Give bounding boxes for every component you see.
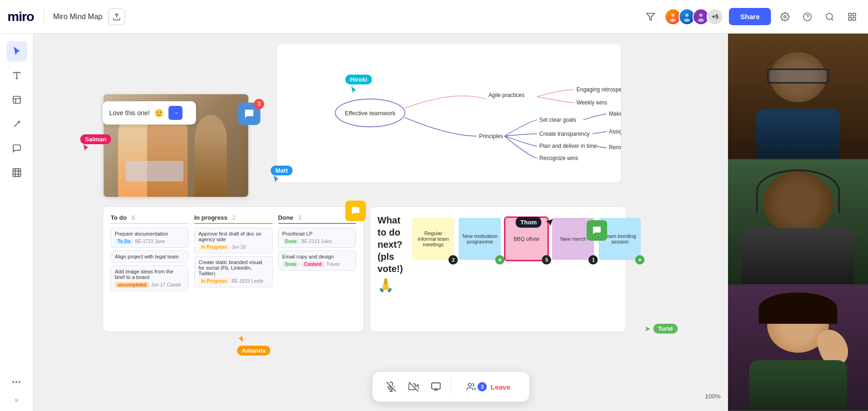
svg-rect-45 (432, 383, 440, 389)
tool-text[interactable] (7, 65, 27, 86)
kanban-card[interactable]: Email copy and design DoneContentTrevor (278, 251, 356, 271)
svg-rect-23 (13, 169, 21, 177)
svg-text:Set clear goals: Set clear goals (539, 117, 576, 123)
leave-label: Leave (490, 383, 511, 391)
tool-comment[interactable] (7, 138, 27, 159)
screen-share-button[interactable] (427, 377, 445, 396)
video-tile-2 (728, 160, 868, 286)
comment-badge: 3 (254, 99, 264, 109)
sticky-1[interactable]: Regular informal team meetings 2 (412, 218, 454, 260)
header: miro Miro Mind Map +5 Share (0, 0, 868, 34)
hiroki-cursor: Hiroki (345, 75, 372, 94)
salman-cursor: Salman (80, 134, 111, 153)
header-right: +5 Share (642, 8, 861, 25)
amanda-cursor: Amanda (237, 334, 270, 355)
svg-point-9 (804, 13, 812, 21)
kanban-card[interactable]: Approve first draft of doc on agency sid… (194, 228, 272, 253)
svg-text:Make info accessible: Make info accessible (609, 111, 621, 117)
svg-point-7 (698, 18, 704, 21)
tool-cursor[interactable] (7, 41, 27, 62)
video-panel (728, 34, 868, 411)
mic-muted-button[interactable] (382, 377, 400, 396)
sidebar-collapse[interactable]: » (15, 396, 19, 404)
help-icon[interactable] (799, 8, 816, 25)
search-icon[interactable] (821, 8, 838, 25)
add-vote-5[interactable]: + (635, 255, 644, 265)
thom-cursor: Thom (516, 217, 553, 228)
avatar-extra[interactable]: +5 (707, 8, 723, 25)
svg-text:Effective teamwork: Effective teamwork (345, 110, 396, 117)
svg-marker-1 (647, 13, 655, 20)
add-vote-2[interactable]: + (495, 255, 504, 265)
share-button[interactable]: Share (729, 8, 771, 25)
toolbar-divider (451, 379, 451, 394)
svg-rect-15 (853, 17, 856, 20)
voting-message-icon[interactable] (587, 220, 607, 241)
mind-map-svg: Effective teamwork Agile practices Engag… (277, 43, 621, 182)
sidebar: ••• » (0, 34, 34, 411)
comment-icon-badge[interactable]: 3 (238, 103, 260, 125)
kanban-card[interactable]: Prepare documentation To DoBE-1723 Jane (111, 228, 189, 248)
tool-frame[interactable] (7, 162, 27, 183)
svg-point-5 (684, 18, 690, 21)
svg-point-6 (700, 13, 703, 16)
leave-button[interactable]: 3 Leave (457, 377, 520, 396)
bottom-toolbar: 3 Leave (372, 372, 529, 402)
video-tile-3 (728, 285, 868, 411)
kanban-card[interactable]: Create static branded visual for social … (194, 256, 272, 287)
love-text: Love this one! (109, 109, 150, 117)
svg-text:Engaging retrospectives: Engaging retrospectives (576, 86, 621, 93)
header-divider (43, 9, 44, 24)
svg-point-47 (468, 383, 471, 387)
filter-icon[interactable] (642, 8, 659, 25)
svg-point-8 (784, 15, 786, 18)
svg-line-22 (14, 121, 20, 127)
tool-sticky[interactable] (7, 90, 27, 110)
video-tile-1 (728, 34, 868, 160)
settings-icon[interactable] (777, 8, 793, 25)
kanban-area: To do 6 Prepare documentation To DoBE-17… (103, 206, 364, 332)
svg-rect-13 (849, 13, 852, 16)
sticky-2[interactable]: New motivation programme + (459, 218, 501, 260)
love-bubble: Love this one! 🙂 → (103, 101, 196, 125)
svg-point-11 (826, 13, 833, 19)
svg-text:Principles: Principles (479, 133, 504, 139)
zoom-indicator: 100% (705, 393, 721, 400)
send-button[interactable]: → (168, 106, 182, 120)
kanban-card[interactable]: Add image ideas from the brief to a boar… (111, 265, 189, 291)
svg-text:Weekly wins: Weekly wins (576, 99, 607, 106)
svg-point-2 (672, 13, 675, 16)
kanban-todo-header: To do 6 (111, 214, 189, 224)
svg-point-3 (670, 18, 676, 21)
kanban-col-inprogress: In progress 2 Approve first draft of doc… (194, 214, 272, 324)
kanban-done-header: Done 3 (278, 214, 356, 224)
mind-map-area: Effective teamwork Agile practices Engag… (276, 43, 622, 183)
kanban-message-icon[interactable] (345, 201, 366, 221)
canvas: Love this one! 🙂 → 3 Effective teamwork … (34, 34, 728, 411)
voting-emoji: 🙏 (378, 278, 403, 293)
participants-count: 3 (477, 382, 487, 391)
emoji-icon: 🙂 (154, 109, 164, 118)
svg-point-4 (686, 13, 689, 16)
svg-rect-14 (853, 13, 856, 16)
svg-text:Assign ownership: Assign ownership (609, 128, 621, 135)
tool-more[interactable]: ••• (7, 372, 27, 392)
svg-text:Recognize wins: Recognize wins (539, 155, 578, 161)
matt-cursor: Matt (271, 166, 293, 185)
svg-text:Remind context: Remind context (609, 144, 621, 151)
svg-rect-19 (13, 97, 20, 104)
kanban-card[interactable]: Align project with legal team (111, 251, 189, 263)
kanban-card[interactable]: Proofread LP DoneBE-2113 Jules (278, 228, 356, 248)
svg-line-12 (832, 18, 833, 20)
logo: miro (7, 9, 34, 24)
board-title: Miro Mind Map (53, 13, 103, 21)
svg-text:Plan and deliver in time: Plan and deliver in time (539, 143, 597, 149)
video-off-button[interactable] (404, 377, 423, 396)
tool-line[interactable] (7, 114, 27, 134)
turid-cursor: Turid (644, 324, 678, 334)
upload-button[interactable] (108, 8, 125, 25)
kanban-inprogress-header: In progress 2 (194, 214, 272, 224)
avatar-group: +5 (665, 8, 723, 25)
svg-text:Create transparency: Create transparency (539, 131, 590, 137)
menu-icon[interactable] (844, 8, 861, 25)
